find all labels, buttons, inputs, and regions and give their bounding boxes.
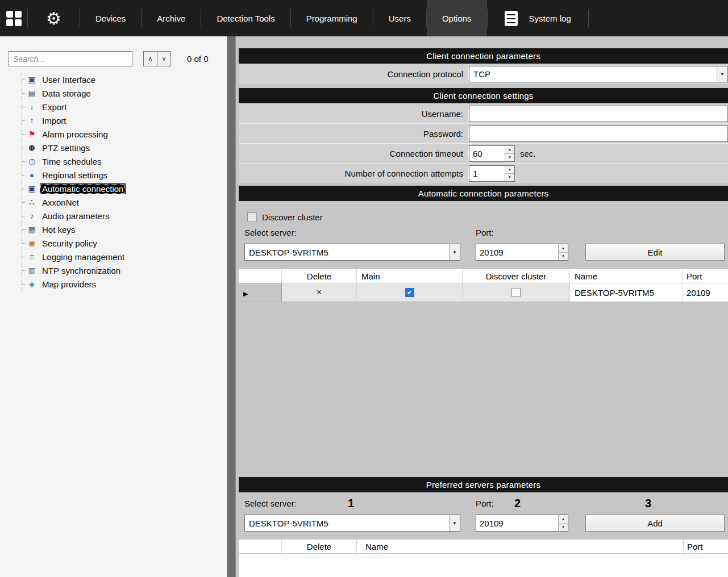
- sidebar-item-axxonnet[interactable]: AxxonNet: [22, 195, 227, 209]
- discover-cluster-row-checkbox[interactable]: [511, 288, 521, 297]
- server-name-cell: DESKTOP-5VRITM5: [570, 283, 683, 302]
- spin-down-icon[interactable]: [505, 154, 514, 161]
- menu-item-users[interactable]: Users: [373, 0, 426, 36]
- sidebar-item-automatic-connection[interactable]: Automatic connection: [22, 182, 227, 195]
- connection-timeout-label: Connection timeout: [239, 149, 469, 158]
- spin-up-icon[interactable]: [505, 146, 514, 154]
- topbar-divider: [588, 9, 589, 27]
- preferred-port-spinner[interactable]: 20109: [476, 515, 568, 532]
- sidebar-item-label: Map providers: [40, 279, 98, 290]
- preferred-servers-panel: Select server: 1 Port: 2 3 DESKTOP-5VRIT…: [239, 492, 728, 577]
- top-menu-bar: Devices Archive Detection Tools Programm…: [0, 0, 728, 36]
- alarm-icon: [27, 129, 37, 139]
- monitor-icon: [27, 74, 37, 85]
- chevron-up-icon: [148, 56, 152, 62]
- preferred-labels-row: Select server: 1 Port: 2 3: [239, 492, 728, 514]
- connection-protocol-select[interactable]: TCP: [469, 66, 728, 82]
- sidebar-item-import[interactable]: Import: [22, 114, 227, 127]
- export-icon: [27, 102, 37, 112]
- sidebar-item-alarm-processing[interactable]: Alarm processing: [22, 127, 227, 141]
- sidebar-item-label: Regional settings: [40, 170, 110, 181]
- search-next-button[interactable]: [157, 51, 171, 66]
- password-input[interactable]: [469, 126, 728, 142]
- menu-item-options[interactable]: Options: [427, 0, 487, 36]
- column-header-port: Port: [684, 540, 728, 553]
- apps-grid-icon[interactable]: [0, 0, 27, 36]
- chevron-down-icon[interactable]: [449, 244, 460, 260]
- empty-table-area: [239, 554, 728, 577]
- server-port-controls-row: DESKTOP-5VRITM5 20109 Edit: [239, 243, 728, 261]
- sidebar-item-map-providers[interactable]: Map providers: [22, 277, 227, 291]
- discover-cluster-cell: [463, 283, 570, 302]
- main-checkbox[interactable]: [405, 288, 414, 297]
- menu-item-system-log[interactable]: System log: [488, 0, 588, 36]
- sidebar-item-label: Export: [40, 102, 69, 112]
- gear-icon[interactable]: [28, 0, 80, 36]
- sidebar-item-label: Alarm processing: [40, 129, 110, 140]
- port-spinner[interactable]: 20109: [476, 244, 568, 261]
- section-header-preferred-servers: Preferred servers parameters: [239, 477, 728, 492]
- sidebar-item-regional-settings[interactable]: Regional settings: [22, 168, 227, 182]
- connection-timeout-value: 60: [469, 146, 505, 161]
- sidebar-splitter[interactable]: [227, 36, 236, 577]
- sidebar-item-logging-management[interactable]: Logging management: [22, 250, 227, 264]
- server-port-cell: 20109: [683, 283, 728, 302]
- annotation-2: 2: [514, 497, 521, 510]
- sidebar-item-security-policy[interactable]: Security policy: [22, 236, 227, 250]
- main-cell: [357, 283, 463, 302]
- search-prev-button[interactable]: [143, 51, 157, 66]
- sidebar-item-user-interface[interactable]: User Interface: [22, 73, 227, 86]
- server-select[interactable]: DESKTOP-5VRITM5: [244, 244, 460, 261]
- spin-down-icon[interactable]: [559, 253, 568, 261]
- chevron-down-icon[interactable]: [717, 66, 727, 82]
- port-label: Port:: [476, 228, 494, 237]
- section-header-client-connection-settings: Client connection settings: [239, 88, 728, 103]
- delete-cell[interactable]: ×: [282, 283, 357, 302]
- axxonnet-icon: [27, 197, 37, 207]
- map-icon: [27, 279, 37, 289]
- chevron-down-icon[interactable]: [449, 515, 460, 531]
- discover-cluster-checkbox[interactable]: [247, 212, 257, 222]
- connection-attempts-field: 1: [469, 164, 728, 183]
- sidebar-item-data-storage[interactable]: Data storage: [22, 86, 227, 100]
- row-selector-cell[interactable]: [239, 283, 282, 302]
- logging-icon: [27, 252, 37, 262]
- sidebar-item-hot-keys[interactable]: Hot keys: [22, 223, 227, 236]
- options-settings-panel: Client connection parameters Connection …: [236, 36, 728, 577]
- menu-item-detection-tools[interactable]: Detection Tools: [201, 0, 290, 36]
- menu-item-archive[interactable]: Archive: [142, 0, 201, 36]
- spin-down-icon[interactable]: [559, 524, 568, 532]
- spin-up-icon[interactable]: [559, 515, 568, 524]
- search-result-count: 0 of 0: [187, 54, 209, 64]
- section-header-client-connection-parameters: Client connection parameters: [239, 48, 728, 64]
- spin-up-icon[interactable]: [505, 166, 514, 174]
- menu-item-devices[interactable]: Devices: [80, 0, 141, 36]
- spin-up-icon[interactable]: [559, 244, 568, 253]
- search-input[interactable]: [9, 51, 132, 66]
- sidebar-item-time-schedules[interactable]: Time schedules: [22, 154, 227, 168]
- sidebar-item-ntp-synchronization[interactable]: NTP synchronization: [22, 264, 227, 277]
- connection-attempts-row: Number of connection attempts 1: [239, 163, 728, 183]
- connection-attempts-spinner[interactable]: 1: [469, 165, 515, 182]
- settings-tree: User Interface Data storage Export Impor…: [22, 73, 227, 291]
- edit-button[interactable]: Edit: [585, 244, 725, 261]
- globe-icon: [27, 170, 37, 180]
- empty-area: [239, 302, 728, 477]
- menu-item-programming[interactable]: Programming: [291, 0, 373, 36]
- port-value: 20109: [476, 244, 558, 260]
- preferred-server-select[interactable]: DESKTOP-5VRITM5: [244, 515, 460, 532]
- sidebar-item-label: NTP synchronization: [40, 265, 123, 276]
- connection-timeout-spinner[interactable]: 60: [469, 145, 515, 162]
- add-button[interactable]: Add: [585, 515, 725, 532]
- section-header-automatic-connection: Automatic connection parameters: [239, 186, 728, 201]
- column-header-main: Main: [357, 269, 463, 283]
- spin-down-icon[interactable]: [505, 174, 514, 181]
- sidebar-item-export[interactable]: Export: [22, 100, 227, 114]
- column-header-discover-cluster: Discover cluster: [463, 269, 570, 283]
- sidebar-item-ptz-settings[interactable]: PTZ settings: [22, 141, 227, 154]
- sidebar-item-label: AxxonNet: [40, 197, 81, 208]
- spinner-buttons: [505, 146, 514, 161]
- username-input[interactable]: [469, 106, 728, 122]
- automatic-servers-table: Delete Main Discover cluster Name Port ×…: [239, 269, 728, 302]
- sidebar-item-audio-parameters[interactable]: Audio parameters: [22, 209, 227, 223]
